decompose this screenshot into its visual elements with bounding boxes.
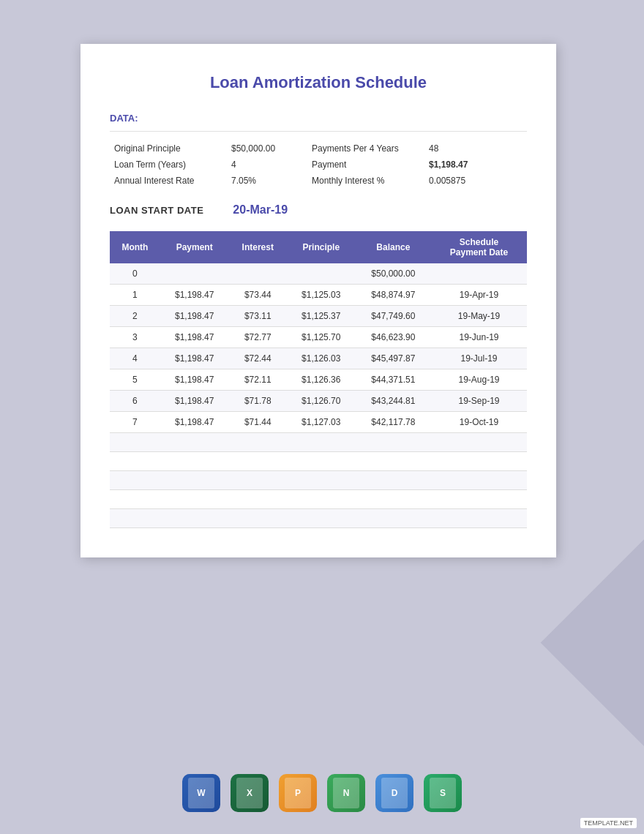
cell-principle: $1,126.36 <box>287 369 356 391</box>
cell-interest: $72.44 <box>229 348 287 369</box>
col-payment: Payment <box>160 231 229 263</box>
value-payments-per-years: 48 <box>424 140 498 157</box>
value-annual-interest-rate: 7.05% <box>227 173 307 189</box>
table-row-empty <box>110 452 527 471</box>
loan-start-row: LOAN START DATE 20-Mar-19 <box>110 203 527 217</box>
label-original-principle: Original Principle <box>110 140 227 157</box>
cell-date: 19-Aug-19 <box>431 369 527 391</box>
cell-interest <box>229 263 287 285</box>
col-balance: Balance <box>356 231 431 263</box>
docs-icon-inner: D <box>381 778 408 808</box>
cell-date: 19-Jun-19 <box>431 327 527 348</box>
col-month: Month <box>110 231 160 263</box>
cell-principle <box>287 263 356 285</box>
cell-principle: $1,125.70 <box>287 327 356 348</box>
cell-date <box>431 263 527 285</box>
cell-balance: $43,244.81 <box>356 391 431 412</box>
label-monthly-interest: Monthly Interest % <box>307 173 424 189</box>
table-row: 2$1,198.47$73.11$1,125.37$47,749.6019-Ma… <box>110 306 527 327</box>
excel-icon-inner: X <box>236 778 263 808</box>
cell-balance: $44,371.51 <box>356 369 431 391</box>
table-row: 1$1,198.47$73.44$1,125.03$48,874.9719-Ap… <box>110 285 527 306</box>
cell-balance: $46,623.90 <box>356 327 431 348</box>
col-interest: Interest <box>229 231 287 263</box>
pages-icon[interactable]: P <box>279 774 317 812</box>
cell-month: 2 <box>110 306 160 327</box>
loan-start-value: 20-Mar-19 <box>233 203 288 217</box>
cell-month: 1 <box>110 285 160 306</box>
cell-date: 19-Sep-19 <box>431 391 527 412</box>
cell-payment: $1,198.47 <box>160 391 229 412</box>
cell-balance: $48,874.97 <box>356 285 431 306</box>
cell-principle: $1,126.03 <box>287 348 356 369</box>
cell-month: 3 <box>110 327 160 348</box>
docs-icon[interactable]: D <box>375 774 413 812</box>
cell-principle: $1,126.70 <box>287 391 356 412</box>
data-section-label: DATA: <box>110 113 527 124</box>
cell-balance: $42,117.78 <box>356 412 431 433</box>
table-row-empty <box>110 471 527 490</box>
cell-principle: $1,125.37 <box>287 306 356 327</box>
cell-month: 7 <box>110 412 160 433</box>
cell-payment: $1,198.47 <box>160 369 229 391</box>
loan-start-label: LOAN START DATE <box>110 205 203 216</box>
cell-date: 19-Jul-19 <box>431 348 527 369</box>
cell-payment: $1,198.47 <box>160 412 229 433</box>
cell-interest: $72.11 <box>229 369 287 391</box>
col-principle: Principle <box>287 231 356 263</box>
sheets-icon-inner: S <box>430 778 456 808</box>
value-loan-term: 4 <box>227 157 307 173</box>
cell-balance: $47,749.60 <box>356 306 431 327</box>
table-row: 5$1,198.47$72.11$1,126.36$44,371.5119-Au… <box>110 369 527 391</box>
cell-interest: $73.11 <box>229 306 287 327</box>
template-badge: TEMPLATE.NET <box>580 818 637 828</box>
value-original-principle: $50,000.00 <box>227 140 307 157</box>
cell-payment: $1,198.47 <box>160 306 229 327</box>
cell-payment: $1,198.47 <box>160 285 229 306</box>
table-row: 6$1,198.47$71.78$1,126.70$43,244.8119-Se… <box>110 391 527 412</box>
cell-month: 6 <box>110 391 160 412</box>
cell-date: 19-Apr-19 <box>431 285 527 306</box>
pages-icon-inner: P <box>285 778 311 808</box>
cell-payment: $1,198.47 <box>160 348 229 369</box>
cell-month: 5 <box>110 369 160 391</box>
app-icons-row: W X P N D S <box>0 774 644 812</box>
cell-interest: $71.78 <box>229 391 287 412</box>
cell-principle: $1,127.03 <box>287 412 356 433</box>
col-schedule-payment-date: SchedulePayment Date <box>431 231 527 263</box>
cell-interest: $73.44 <box>229 285 287 306</box>
excel-icon[interactable]: X <box>231 774 269 812</box>
table-row: 0$50,000.00 <box>110 263 527 285</box>
cell-payment <box>160 263 229 285</box>
value-monthly-interest: 0.005875 <box>424 173 498 189</box>
label-payments-per-years: Payments Per 4 Years <box>307 140 424 157</box>
word-icon[interactable]: W <box>182 774 220 812</box>
word-icon-inner: W <box>188 778 214 808</box>
table-row: 3$1,198.47$72.77$1,125.70$46,623.9019-Ju… <box>110 327 527 348</box>
table-row-empty <box>110 509 527 528</box>
table-header-row: Month Payment Interest Principle Balance… <box>110 231 527 263</box>
label-loan-term: Loan Term (Years) <box>110 157 227 173</box>
cell-interest: $72.77 <box>229 327 287 348</box>
label-annual-interest-rate: Annual Interest Rate <box>110 173 227 189</box>
cell-payment: $1,198.47 <box>160 327 229 348</box>
cell-balance: $50,000.00 <box>356 263 431 285</box>
value-payment: $1,198.47 <box>424 157 498 173</box>
sheets-icon[interactable]: S <box>424 774 462 812</box>
amortization-table: Month Payment Interest Principle Balance… <box>110 231 527 528</box>
cell-month: 0 <box>110 263 160 285</box>
label-payment: Payment <box>307 157 424 173</box>
numbers-icon[interactable]: N <box>327 774 365 812</box>
table-row: 7$1,198.47$71.44$1,127.03$42,117.7819-Oc… <box>110 412 527 433</box>
numbers-icon-inner: N <box>333 778 359 808</box>
page-title: Loan Amortization Schedule <box>110 73 527 92</box>
cell-balance: $45,497.87 <box>356 348 431 369</box>
table-row-empty <box>110 490 527 509</box>
data-grid: Original Principle $50,000.00 Payments P… <box>110 140 527 189</box>
cell-interest: $71.44 <box>229 412 287 433</box>
table-row: 4$1,198.47$72.44$1,126.03$45,497.8719-Ju… <box>110 348 527 369</box>
cell-date: 19-May-19 <box>431 306 527 327</box>
cell-date: 19-Oct-19 <box>431 412 527 433</box>
cell-month: 4 <box>110 348 160 369</box>
table-row-empty <box>110 433 527 452</box>
